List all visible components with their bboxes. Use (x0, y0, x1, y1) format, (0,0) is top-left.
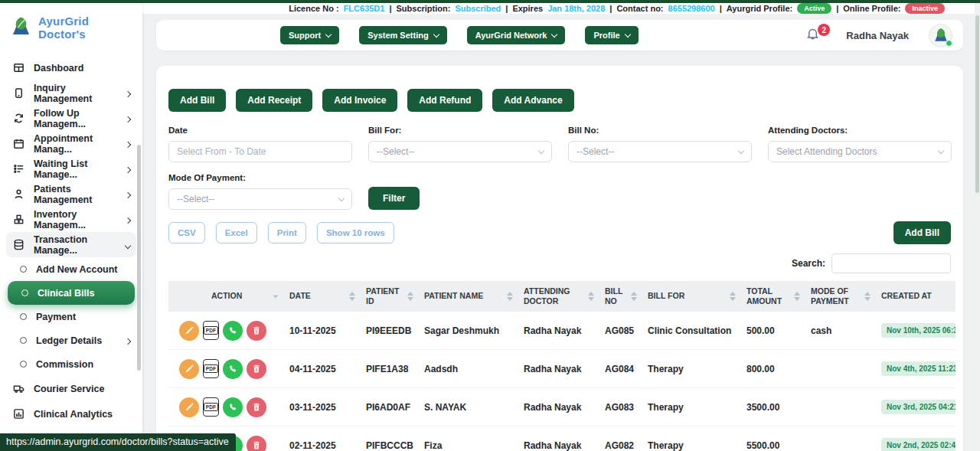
nav-ayurgrid-network-button[interactable]: AyurGrid Network (467, 26, 566, 44)
sidebar-subitem-label: Commission (36, 359, 93, 370)
search-label: Search: (792, 258, 825, 269)
cell-total-amount: 500.00 (740, 325, 805, 336)
pdf-button[interactable]: PDF (203, 397, 219, 417)
mode-of-payment-selected-value: --Select-- (177, 194, 214, 204)
page-scrollbar-thumb[interactable] (975, 15, 979, 193)
sidebar-item-courier-service[interactable]: Courier Service (6, 376, 136, 401)
column-header-attending-doctor[interactable]: ATTENDING DOCTOR (518, 286, 599, 306)
cell-bill-for: Clinic Consultation (642, 325, 740, 336)
column-header-patient-name[interactable]: PATIENT NAME (418, 291, 518, 301)
add-bill-button[interactable]: Add Bill (168, 89, 226, 112)
sidebar-item-waiting-list-management[interactable]: Waiting List Manage... (6, 156, 136, 181)
pdf-button[interactable]: PDF (203, 321, 219, 340)
nav-button-label: System Setting (368, 31, 428, 40)
column-header-bill-for[interactable]: BILL FOR (642, 291, 740, 301)
attending-doctors-select[interactable]: Select Attending Doctors (768, 141, 952, 162)
column-header-mode-of-payment[interactable]: MODE OF PAYMENT (805, 286, 875, 306)
sidebar: AyurGrid Doctor's Dashboard Inquiry Mana… (0, 3, 142, 451)
separator: | (609, 4, 612, 13)
subscription-value: Subscribed (455, 4, 501, 13)
column-header-created-at[interactable]: CREATED AT (875, 291, 956, 301)
whatsapp-button[interactable] (223, 397, 243, 417)
sidebar-subitem-add-new-account[interactable]: Add New Account (6, 257, 136, 281)
whatsapp-icon (227, 402, 238, 413)
mode-of-payment-select[interactable]: --Select-- (168, 188, 352, 210)
avatar[interactable] (929, 24, 952, 47)
ayurgrid-logo (11, 16, 31, 40)
delete-button[interactable] (247, 359, 266, 379)
chevron-down-icon (938, 148, 944, 154)
user-name: Radha Nayak (846, 30, 909, 41)
add-bill-button-secondary[interactable]: Add Bill (893, 221, 951, 244)
sort-icon (349, 292, 355, 301)
pdf-button[interactable]: PDF (203, 359, 219, 378)
sidebar-item-clinical-analytics[interactable]: Clinical Analytics (6, 401, 136, 426)
sidebar-item-inquiry-management[interactable]: Inquiry Management (6, 80, 136, 106)
bill-no-select[interactable]: --Select-- (568, 141, 752, 162)
brand-home-link[interactable]: AyurGrid Doctor's (0, 3, 142, 51)
column-header-date[interactable]: DATE (283, 291, 360, 301)
sidebar-item-follow-up-management[interactable]: Follow Up Managem... (6, 106, 136, 131)
show-rows-button[interactable]: Show 10 rows (317, 222, 394, 243)
sidebar-item-patients-management[interactable]: Patients Management (6, 181, 136, 207)
whatsapp-button[interactable] (223, 321, 243, 341)
sidebar-item-transaction-management[interactable]: Transaction Manage... (6, 232, 136, 257)
pdf-icon: PDF (204, 403, 218, 411)
search-input[interactable] (831, 253, 951, 273)
radio-ring-icon (20, 313, 27, 320)
csv-export-button[interactable]: CSV (168, 222, 205, 243)
column-header-patient-id[interactable]: PATIENT ID (360, 286, 418, 306)
edit-button[interactable] (179, 397, 199, 417)
trash-icon (252, 325, 261, 335)
date-range-input[interactable] (168, 141, 352, 162)
chevron-right-icon (126, 113, 130, 124)
sidebar-item-appointment-management[interactable]: Appointment Manag... (6, 131, 136, 156)
nav-profile-button[interactable]: Profile (585, 26, 638, 44)
add-invoice-button[interactable]: Add Invoice (322, 89, 397, 112)
sidebar-subitem-clinical-bills[interactable]: Clinical Bills (8, 281, 135, 305)
chevron-down-icon (433, 31, 439, 38)
nav-system-setting-button[interactable]: System Setting (359, 26, 446, 44)
delete-button[interactable] (247, 397, 266, 417)
print-button[interactable]: Print (268, 222, 306, 243)
sidebar-subitem-ledger-details[interactable]: Ledger Details (6, 328, 136, 352)
sort-icon (730, 292, 736, 301)
column-header-total-amount[interactable]: TOTAL AMOUNT (740, 286, 805, 306)
edit-button[interactable] (179, 359, 199, 379)
add-refund-button[interactable]: Add Refund (407, 89, 482, 112)
bill-for-select[interactable]: --Select-- (368, 141, 552, 162)
sidebar-item-inventory-management[interactable]: Inventory Managem... (6, 207, 136, 232)
sidebar-item-dashboard[interactable]: Dashboard (6, 55, 136, 80)
licence-value: FLC635D1 (344, 4, 385, 13)
sidebar-item-label: Appointment Manag... (34, 133, 116, 155)
whatsapp-button[interactable] (223, 359, 243, 379)
inquiry-icon (12, 87, 24, 100)
nav-button-label: AyurGrid Network (475, 31, 547, 40)
sidebar-subitem-payment[interactable]: Payment (6, 305, 136, 328)
edit-button[interactable] (179, 321, 199, 341)
add-advance-button[interactable]: Add Advance (492, 89, 573, 112)
column-header-action[interactable]: ACTION (168, 291, 283, 301)
delete-button[interactable] (247, 436, 266, 451)
chevron-right-icon (126, 214, 130, 225)
sidebar-subitem-commission[interactable]: Commission (6, 352, 136, 376)
cell-attending-doctor: Radha Nayak (518, 440, 599, 451)
column-header-bill-no[interactable]: BILL NO (599, 286, 642, 306)
chevron-down-icon (551, 31, 557, 38)
cell-patient-name: S. NAYAK (418, 402, 518, 413)
excel-export-button[interactable]: Excel (216, 222, 257, 243)
nav-support-button[interactable]: Support (280, 26, 339, 44)
page-scrollbar[interactable] (975, 3, 980, 451)
cell-bill-for: Therapy (642, 364, 740, 374)
cell-date: 10-11-2025 (283, 325, 360, 336)
cell-patient-name: Sagar Deshmukh (418, 325, 518, 336)
chevron-right-icon (126, 164, 130, 175)
add-receipt-button[interactable]: Add Receipt (236, 89, 312, 112)
sidebar-scrollbar[interactable] (137, 145, 141, 371)
radio-ring-icon (20, 337, 27, 344)
sidebar-item-label: Patients Management (34, 184, 116, 205)
sort-icon (864, 292, 871, 301)
filter-button[interactable]: Filter (368, 187, 420, 210)
notification-bell-button[interactable]: 2 (805, 26, 820, 44)
delete-button[interactable] (247, 321, 266, 341)
